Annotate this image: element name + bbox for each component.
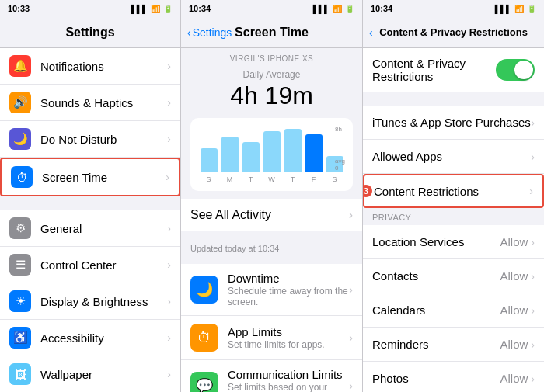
screen-time-icon: ⏱	[11, 166, 33, 188]
screen-time-chevron: ›	[166, 171, 169, 183]
notifications-chevron: ›	[167, 60, 171, 72]
st-item-comm-limits[interactable]: 💬 Communication Limits Set limits based …	[181, 360, 362, 392]
daily-avg-label: Daily Average	[181, 69, 362, 82]
app-limits-chevron: ›	[349, 331, 353, 344]
chart-label-S: S	[201, 175, 218, 183]
privacy-value-photos: Allow	[500, 372, 528, 385]
cp-back-button[interactable]: ‹	[369, 26, 373, 39]
toggle-knob	[514, 61, 533, 79]
settings-list: 🔔 Notifications › 🔊 Sounds & Haptics › 🌙…	[0, 48, 180, 392]
see-all-chevron: ›	[349, 208, 353, 222]
cp-toggle-item[interactable]: Content & Privacy Restrictions	[363, 48, 544, 92]
back-chevron: ‹	[187, 26, 191, 39]
control-center-icon: ☰	[9, 254, 31, 276]
comm-limits-icon: 💬	[190, 372, 218, 392]
time-2: 10:34	[189, 4, 211, 13]
accessibility-label: Accessibility	[40, 331, 164, 345]
sounds-label: Sounds & Haptics	[40, 96, 164, 109]
cp-item-allowed-apps[interactable]: Allowed Apps ›	[363, 140, 544, 174]
settings-item-screen-time[interactable]: ⏱ Screen Time ›	[0, 158, 180, 196]
privacy-label-reminders: Reminders	[372, 338, 500, 351]
cp-title: Content & Privacy Restrictions	[379, 26, 528, 38]
privacy-item-reminders[interactable]: Reminders Allow ›	[363, 328, 544, 362]
bar-M	[221, 137, 239, 172]
privacy-chevron-calendars: ›	[531, 304, 535, 317]
battery-icon-2: 🔋	[345, 5, 354, 13]
screen-time-header: ‹ Settings Screen Time	[181, 17, 362, 48]
bar-T	[242, 142, 260, 172]
screen-time-title: Screen Time	[235, 26, 309, 40]
settings-item-dnd[interactable]: 🌙 Do Not Disturb ›	[0, 121, 180, 158]
comm-limits-title: Communication Limits	[228, 368, 349, 381]
comm-limits-chevron: ›	[349, 380, 353, 392]
cp-header: ‹ Content & Privacy Restrictions	[363, 17, 544, 48]
settings-panel: 10:33 ▌▌▌ 📶 🔋 Settings 🔔 Notifications ›…	[0, 0, 181, 392]
settings-header: Settings	[0, 17, 180, 48]
status-bar-1: 10:33 ▌▌▌ 📶 🔋	[0, 0, 180, 17]
cp-item-itunes[interactable]: iTunes & App Store Purchases ›	[363, 106, 544, 140]
cp-top-section: Content & Privacy Restrictions	[363, 48, 544, 92]
settings-item-general[interactable]: ⚙ General ›	[0, 210, 180, 247]
settings-item-control-center[interactable]: ☰ Control Center ›	[0, 247, 180, 283]
settings-section-2: ⚙ General › ☰ Control Center › ☀ Display…	[0, 210, 180, 392]
cp-toggle-label: Content & Privacy Restrictions	[372, 57, 496, 83]
settings-title: Settings	[65, 26, 114, 40]
settings-item-notifications[interactable]: 🔔 Notifications ›	[0, 48, 180, 85]
chart-label-W: W	[263, 175, 281, 183]
back-button[interactable]: ‹ Settings	[187, 26, 232, 39]
cp-label-allowed-apps: Allowed Apps	[372, 150, 531, 163]
battery-icon: 🔋	[163, 5, 173, 13]
settings-section-main: 🔔 Notifications › 🔊 Sounds & Haptics › 🌙…	[0, 48, 180, 196]
cp-item-content-restrictions[interactable]: 3 Content Restrictions ›	[363, 174, 544, 208]
status-bar-3: 10:34 ▌▌▌ 📶 🔋	[363, 0, 544, 17]
display-icon: ☀	[9, 290, 31, 312]
st-item-downtime[interactable]: 🌙 Downtime Schedule time away from the s…	[181, 264, 362, 316]
cp-label-itunes: iTunes & App Store Purchases	[372, 116, 531, 129]
status-icons-3: ▌▌▌ 📶 🔋	[495, 5, 536, 13]
control-center-label: Control Center	[40, 258, 164, 272]
privacy-section-header: PRIVACY	[363, 208, 544, 225]
st-item-app-limits[interactable]: ⏱ App Limits Set time limits for apps. ›	[181, 316, 362, 360]
cp-list: Content & Privacy Restrictions iTunes & …	[363, 48, 544, 392]
comm-limits-text: Communication Limits Set limits based on…	[228, 368, 349, 392]
privacy-item-photos[interactable]: Photos Allow ›	[363, 362, 544, 392]
cp-toggle[interactable]	[496, 59, 535, 81]
privacy-item-contacts[interactable]: Contacts Allow ›	[363, 259, 544, 293]
settings-item-wallpaper[interactable]: 🖼 Wallpaper ›	[0, 356, 180, 392]
dnd-chevron: ›	[167, 133, 171, 145]
general-label: General	[40, 222, 164, 235]
downtime-title: Downtime	[228, 272, 349, 285]
downtime-icon: 🌙	[190, 276, 218, 304]
bar-chart: 8havg0	[198, 126, 345, 172]
badge-content-restrictions: 3	[363, 185, 372, 197]
see-all-activity[interactable]: See All Activity ›	[181, 199, 362, 231]
signal-icon-3: ▌▌▌	[495, 5, 511, 13]
privacy-label-location: Location Services	[372, 235, 500, 248]
chart-label-T: T	[284, 175, 302, 183]
privacy-chevron-contacts: ›	[531, 270, 535, 283]
content-privacy-panel: 10:34 ▌▌▌ 📶 🔋 ‹ Content & Privacy Restri…	[363, 0, 544, 392]
privacy-label-contacts: Contacts	[372, 269, 500, 283]
app-limits-icon: ⏱	[190, 324, 218, 352]
cp-label-content-restrictions: Content Restrictions	[374, 185, 529, 198]
settings-item-accessibility[interactable]: ♿ Accessibility ›	[0, 320, 180, 356]
privacy-section: Location Services Allow › Contacts Allow…	[363, 225, 544, 392]
bar-T	[284, 129, 302, 172]
chart-label-S: S	[326, 175, 343, 183]
privacy-item-calendars[interactable]: Calendars Allow ›	[363, 293, 544, 328]
notifications-label: Notifications	[40, 60, 164, 73]
settings-item-display[interactable]: ☀ Display & Brightness ›	[0, 283, 180, 320]
privacy-item-location[interactable]: Location Services Allow ›	[363, 225, 544, 259]
total-time: 4h 19m	[181, 82, 362, 118]
downtime-chevron: ›	[349, 283, 353, 296]
chart-day-labels: SMTWTFS	[198, 172, 345, 183]
bar-W	[263, 131, 281, 172]
settings-item-sounds[interactable]: 🔊 Sounds & Haptics ›	[0, 85, 180, 121]
bar-F	[305, 134, 323, 172]
privacy-chevron-location: ›	[531, 236, 535, 248]
display-chevron: ›	[167, 295, 171, 307]
wallpaper-icon: 🖼	[9, 363, 31, 385]
cp-chevron-allowed-apps: ›	[531, 151, 535, 163]
wifi-icon: 📶	[151, 5, 160, 13]
updated-label: Updated today at 10:34	[181, 239, 362, 258]
